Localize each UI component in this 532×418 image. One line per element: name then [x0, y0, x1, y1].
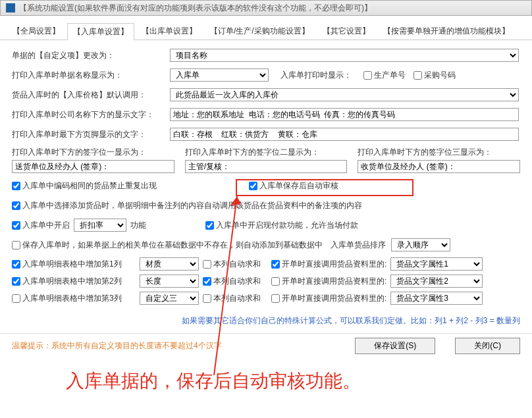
- select-discount[interactable]: 折扣率: [74, 219, 126, 232]
- chk-add-col1[interactable]: 入库单明细表格中增加第1列: [12, 259, 136, 270]
- form-content: 单据的【自定义项】更改为： 项目名称 打印入库单时单据名称显示为： 入库单 入库…: [0, 40, 532, 313]
- select-attr3[interactable]: 货品文字属性3: [390, 292, 483, 305]
- tab-addon[interactable]: 【按需要单独开通的增值功能模块】: [377, 22, 516, 39]
- select-col1[interactable]: 材质: [140, 257, 199, 271]
- label-company-text: 打印入库单时公司名称下方的显示文字：: [12, 109, 165, 120]
- select-attr1[interactable]: 货品文字属性1: [390, 257, 483, 271]
- select-attr2[interactable]: 货品文字属性2: [390, 274, 483, 288]
- chk-sum3[interactable]: 本列自动求和: [203, 293, 261, 304]
- chk-prod-no[interactable]: 生产单号: [363, 70, 406, 81]
- chk-auto-audit[interactable]: 入库单保存后自动审核: [249, 180, 338, 192]
- chk-remark-auto[interactable]: 入库单中选择添加货品时，单据明细中备注列的内容自动调用该货品在货品资料中的备注项…: [12, 200, 362, 211]
- label-price-default: 货品入库时的【入库价格】默认调用：: [12, 90, 165, 101]
- label-custom-name: 单据的【自定义项】更改为：: [12, 50, 165, 61]
- tab-global[interactable]: 【全局设置】: [7, 22, 66, 39]
- select-col3[interactable]: 自定义三: [140, 292, 199, 305]
- chk-add-col3[interactable]: 入库单明细表格中增加第3列: [12, 293, 136, 304]
- label-sig2: 打印入库单时下方的签字位二显示为：: [185, 147, 342, 158]
- select-price-default[interactable]: 此货品最近一次入库的入库价: [170, 88, 519, 101]
- tab-outbound[interactable]: 【出库单设置】: [136, 22, 203, 39]
- chk-add-col2[interactable]: 入库单明细表格中增加第2列: [12, 276, 136, 287]
- input-footer-text[interactable]: [170, 128, 519, 141]
- label-sig3: 打印入库单时下方的签字位三显示为：: [358, 147, 515, 158]
- select-print-name[interactable]: 入库单: [170, 68, 269, 82]
- chk-auto-add-base[interactable]: 保存入库单时，如果单据上的相关单位在基础数据中不存在，则自动添加到基础数据中: [12, 240, 323, 251]
- chk-cash-pay[interactable]: 入库单中开启现付款功能，允许当场付款: [205, 220, 358, 231]
- tab-other[interactable]: 【其它设置】: [317, 22, 376, 39]
- tab-inbound[interactable]: 【入库单设置】: [67, 23, 134, 40]
- titlebar: 【系统功能设置(如果软件界面没有对应的功能项则表示该版本的软件没有这个功能，不必…: [0, 0, 532, 16]
- window-icon: [6, 3, 15, 13]
- tab-bar: 【全局设置】 【入库单设置】 【出库单设置】 【订单/生产/采购功能设置】 【其…: [0, 20, 532, 40]
- chk-open3[interactable]: 开单时直接调用货品资料里的:: [271, 293, 386, 304]
- label-func-suffix: 功能: [130, 220, 146, 231]
- label-footer-text: 打印入库单时最下方页脚显示的文字：: [12, 129, 165, 140]
- window-title: 【系统功能设置(如果软件界面没有对应的功能项则表示该版本的软件没有这个功能，不必…: [19, 3, 372, 14]
- formula-hint: 如果需要其它适合你们自己的特殊计算公式，可以联系我们定做。比如：列1 + 列2 …: [0, 313, 532, 329]
- warn-text: 温馨提示：系统中所有自定义项目的长度请不要超过4个汉字: [12, 340, 222, 352]
- chk-no-dup[interactable]: 入库单中编码相同的货品禁止重复出现: [12, 180, 157, 192]
- select-custom-name[interactable]: 项目名称: [170, 49, 519, 62]
- tab-order[interactable]: 【订单/生产/采购功能设置】: [204, 22, 315, 39]
- input-sig2[interactable]: [185, 160, 348, 173]
- label-print-show: 入库单打印时显示：: [280, 70, 352, 81]
- chk-open1[interactable]: 开单时直接调用货品资料里的:: [271, 259, 386, 270]
- select-col2[interactable]: 长度: [140, 274, 199, 288]
- label-sort: 入库单货品排序: [331, 240, 386, 251]
- label-sig1: 打印入库单时下方的签字位一显示为：: [12, 147, 169, 158]
- label-print-name: 打印入库单时单据名称显示为：: [12, 70, 165, 81]
- chk-sum2[interactable]: 本列自动求和: [203, 276, 261, 287]
- chk-purch-no[interactable]: 采购号码: [413, 70, 456, 81]
- annotation-text: 入库单据的，保存后自动审核功能。: [0, 362, 532, 394]
- save-button[interactable]: 保存设置(S): [355, 338, 435, 354]
- select-sort[interactable]: 录入顺序: [391, 238, 450, 251]
- chk-discount[interactable]: 入库单中开启: [12, 220, 70, 231]
- input-company-text[interactable]: [170, 108, 519, 121]
- chk-sum1[interactable]: 本列自动求和: [203, 259, 261, 270]
- close-button[interactable]: 关闭(C): [455, 338, 520, 354]
- input-sig3[interactable]: [358, 160, 520, 173]
- input-sig1[interactable]: [12, 160, 174, 173]
- chk-open2[interactable]: 开单时直接调用货品资料里的:: [271, 276, 386, 287]
